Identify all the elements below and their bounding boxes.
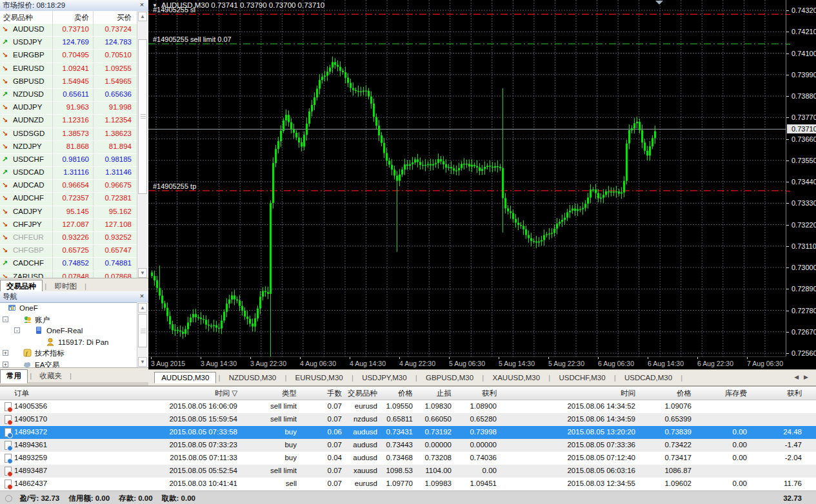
chart-tab-USDJPY,M30[interactable]: USDJPY,M30 bbox=[355, 373, 413, 383]
column-header-9[interactable]: 价格 bbox=[677, 389, 692, 398]
order-row[interactable]: 149053562015.08.05 16:06:09sell limit0.0… bbox=[0, 400, 816, 413]
navigator-scrollbar[interactable]: ▲ ▼ bbox=[137, 302, 148, 367]
column-ask[interactable]: 买价 bbox=[117, 13, 132, 23]
tab-收藏夹[interactable]: 收藏夹 bbox=[34, 370, 68, 383]
tab-常用[interactable]: 常用 bbox=[0, 369, 28, 383]
market-watch-row[interactable]: ↘AUDCAD0.966540.96675 bbox=[0, 180, 137, 193]
market-watch-row[interactable]: ↗CADCHF0.748520.74881 bbox=[0, 258, 137, 271]
tick-down-icon: ↘ bbox=[2, 116, 8, 124]
tick-up-icon: ↗ bbox=[2, 38, 8, 46]
tabs-scroll-right-icon[interactable]: ▶ bbox=[804, 374, 813, 380]
column-header-3[interactable]: 手数 bbox=[327, 389, 342, 398]
order-symbol: audusd bbox=[353, 428, 377, 436]
market-watch-row[interactable]: ↘EURUSD1.092411.09255 bbox=[0, 63, 137, 76]
axis-tick bbox=[786, 332, 789, 333]
expand-icon[interactable]: + bbox=[3, 350, 8, 356]
column-header-0[interactable]: 订单 bbox=[14, 389, 29, 398]
column-symbol[interactable]: 交易品种 bbox=[3, 13, 33, 23]
scroll-up-icon[interactable]: ▲ bbox=[138, 303, 147, 313]
scrollbar-thumb[interactable] bbox=[138, 314, 147, 347]
expand-icon[interactable]: + bbox=[3, 362, 8, 367]
scroll-down-icon[interactable]: ▼ bbox=[138, 357, 147, 367]
column-header-10[interactable]: 库存费 bbox=[725, 389, 748, 398]
chart-tab-GBPUSD,M30[interactable]: GBPUSD,M30 bbox=[419, 373, 480, 383]
order-row[interactable]: 148932592015.08.05 07:11:33buy0.04audusd… bbox=[0, 452, 816, 465]
svg-text:#14905255 tp: #14905255 tp bbox=[153, 182, 196, 190]
market-watch-row[interactable]: ↘CHFJPY127.087127.108 bbox=[0, 219, 137, 232]
chart-price-axis[interactable]: 0.743200.742100.741000.739900.738800.737… bbox=[786, 0, 816, 356]
scroll-down-icon[interactable]: ▼ bbox=[138, 268, 147, 278]
tabs-scroll-left-icon[interactable]: ◀ bbox=[794, 374, 804, 380]
chart-tab-EURUSD,M30[interactable]: EURUSD,M30 bbox=[289, 373, 350, 383]
tree-item-账户[interactable]: -账户 bbox=[0, 314, 137, 325]
market-watch-title: 市场报价: 08:18:29 bbox=[0, 0, 148, 12]
column-header-4[interactable]: 交易品种 bbox=[348, 389, 377, 398]
navigator-title: 导航 bbox=[0, 291, 148, 303]
tree-item-OneF[interactable]: OneF bbox=[0, 302, 137, 314]
chart-tab-USDCHF,M30[interactable]: USDCHF,M30 bbox=[552, 373, 612, 383]
market-watch-row[interactable]: ↘AUDJPY91.96391.998 bbox=[0, 102, 137, 115]
order-row[interactable]: 148624372015.08.03 10:41:41sell0.07eurus… bbox=[0, 478, 816, 490]
column-header-7[interactable]: 获利 bbox=[482, 389, 497, 398]
column-header-5[interactable]: 价格 bbox=[398, 389, 413, 398]
market-watch-row[interactable]: ↗USDCHF0.981600.98185 bbox=[0, 154, 137, 167]
market-watch-row[interactable]: ↘CHFGBP0.657250.65747 bbox=[0, 245, 137, 258]
tree-item-技术指标[interactable]: +f技术指标 bbox=[0, 347, 137, 359]
time-tick-label: 3 Aug 22:30 bbox=[250, 360, 286, 367]
collapse-icon[interactable]: - bbox=[14, 327, 20, 333]
chart-tab-USDCAD,M30[interactable]: USDCAD,M30 bbox=[618, 373, 679, 383]
column-bid[interactable]: 卖价 bbox=[74, 13, 89, 23]
symbol-name: CADCHF bbox=[13, 259, 44, 267]
price-tick-label: 0.73000 bbox=[791, 264, 816, 271]
chart-time-axis[interactable]: 3 Aug 20153 Aug 14:303 Aug 22:304 Aug 06… bbox=[148, 356, 786, 370]
market-watch-row[interactable]: ↘GBPUSD1.549451.54965 bbox=[0, 76, 137, 89]
order-row[interactable]: 148934872015.08.05 05:52:54sell limit0.0… bbox=[0, 465, 816, 478]
order-price2: 0.65399 bbox=[664, 415, 692, 423]
sell-order-icon bbox=[5, 480, 12, 489]
chart-tab-XAUUSD,M30[interactable]: XAUUSD,M30 bbox=[486, 373, 547, 383]
market-watch-row[interactable]: ↘CHFEUR0.932260.93252 bbox=[0, 232, 137, 245]
column-header-6[interactable]: 止损 bbox=[437, 389, 452, 398]
chart-plot[interactable]: #14905255 sl#14905255 sell limit 0.07#14… bbox=[148, 0, 786, 356]
bid-price: 124.769 bbox=[62, 38, 89, 46]
order-row[interactable]: 148943612015.08.05 07:33:23buy0.07audusd… bbox=[0, 439, 816, 452]
scroll-up-icon[interactable]: ▲ bbox=[138, 12, 147, 21]
market-watch-row[interactable]: ↘CADJPY95.14595.162 bbox=[0, 206, 137, 219]
symbol-name: NZDJPY bbox=[13, 142, 42, 150]
time-tick bbox=[300, 357, 301, 359]
axis-tick bbox=[786, 311, 789, 311]
collapse-icon[interactable]: - bbox=[3, 316, 8, 322]
chart-window[interactable]: #14905255 sl#14905255 sell limit 0.07#14… bbox=[148, 0, 816, 369]
close-icon[interactable]: × bbox=[137, 292, 146, 301]
close-icon[interactable]: × bbox=[137, 1, 146, 10]
market-watch-row[interactable]: ↗USDJPY124.769124.783 bbox=[0, 37, 137, 50]
chart-tab-AUDUSD,M30[interactable]: AUDUSD,M30 bbox=[154, 372, 216, 383]
market-watch-row[interactable]: ↗USDCAD1.311161.31146 bbox=[0, 167, 137, 180]
market-watch-row[interactable]: ↘EURGBP0.704950.70510 bbox=[0, 50, 137, 63]
market-watch-row[interactable]: ↗NZDUSD0.656110.65636 bbox=[0, 89, 137, 102]
tree-item-OneF-Real[interactable]: -OneF-Real bbox=[0, 325, 137, 336]
order-row[interactable]: 148943722015.08.05 07:33:58buy0.06audusd… bbox=[0, 426, 816, 439]
market-watch-row[interactable]: ↘NZDJPY81.86881.894 bbox=[0, 141, 137, 154]
tree-item-115917: Di Pan[interactable]: 115917: Di Pan bbox=[0, 336, 137, 348]
column-header-2[interactable]: 类型 bbox=[282, 389, 297, 398]
market-watch-scrollbar[interactable]: ▲ ▼ bbox=[137, 11, 148, 278]
market-watch-row[interactable]: ↘USDSGD1.385731.38623 bbox=[0, 128, 137, 141]
order-time: 2015.08.05 15:59:54 bbox=[169, 415, 237, 423]
market-watch-row[interactable]: ↘AUDNZD1.123161.12354 bbox=[0, 115, 137, 128]
chart-tab-NZDUSD,M30[interactable]: NZDUSD,M30 bbox=[223, 373, 283, 383]
scrollbar-thumb[interactable] bbox=[138, 39, 147, 194]
column-header-1[interactable]: 时间 ▽ bbox=[215, 389, 237, 398]
sell-order-icon bbox=[5, 415, 12, 424]
candlestick-chart[interactable]: #14905255 sl#14905255 sell limit 0.07#14… bbox=[148, 0, 786, 356]
order-symbol: nzdusd bbox=[353, 415, 377, 423]
time-tick bbox=[201, 357, 201, 359]
tree-item-EA交易[interactable]: +EA交易 bbox=[0, 359, 137, 368]
order-id: 14894361 bbox=[14, 441, 47, 449]
column-header-8[interactable]: 时间 bbox=[621, 389, 635, 398]
market-watch-row[interactable]: ↘AUDCHF0.723570.72381 bbox=[0, 193, 137, 206]
column-header-11[interactable]: 获利 bbox=[787, 389, 802, 398]
market-watch-row[interactable]: ↘AUDUSD0.737100.73724 bbox=[0, 24, 137, 37]
order-row[interactable]: 149051702015.08.05 15:59:54sell limit0.0… bbox=[0, 413, 816, 426]
tree-item-label: OneF-Real bbox=[46, 325, 83, 336]
